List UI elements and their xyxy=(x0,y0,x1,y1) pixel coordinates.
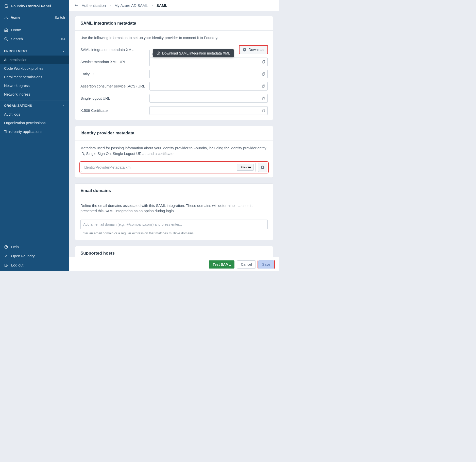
input-slo-url[interactable] xyxy=(149,94,268,103)
download-icon xyxy=(243,48,247,52)
org-name: Acme xyxy=(11,15,20,20)
download-xml-button[interactable]: Download xyxy=(239,45,268,54)
help-icon xyxy=(4,245,8,249)
brand-header: Foundry Control Panel xyxy=(0,0,69,12)
input-entity-id[interactable] xyxy=(149,70,268,78)
email-domain-hint: Enter an email domain or a regular expre… xyxy=(80,231,268,235)
logout-icon xyxy=(4,263,8,267)
idp-file-input[interactable]: IdentityProviderMetadata.xml Browse xyxy=(81,163,256,172)
external-link-icon xyxy=(4,254,8,258)
nav-authentication[interactable]: Authentication xyxy=(0,56,69,64)
label-xml: SAML integration metadata XML xyxy=(80,48,145,52)
card-email-desc: Define the email domains associated with… xyxy=(80,203,268,214)
nav-third-party[interactable]: Third-party applications xyxy=(0,127,69,136)
back-arrow-icon[interactable] xyxy=(74,3,79,8)
topbar: Authentication My Azure AD SAML SAML xyxy=(69,0,279,11)
save-button[interactable]: Save xyxy=(258,260,274,269)
download-xml-label: Download xyxy=(249,48,264,52)
browse-button[interactable]: Browse xyxy=(237,164,254,171)
nav-enrollment-permissions[interactable]: Enrollment permissions xyxy=(0,73,69,81)
download-idp-button[interactable] xyxy=(258,163,267,172)
svg-rect-22 xyxy=(263,110,264,112)
nav-help-label: Help xyxy=(11,245,19,249)
card-idp-metadata: Identity provider metadata Metadata used… xyxy=(75,126,273,178)
label-slo-url: Single logout URL xyxy=(80,96,145,100)
nav-network-egress[interactable]: Network egress xyxy=(0,81,69,90)
svg-rect-14 xyxy=(263,61,264,63)
footer-bar: Test SAML Cancel Save xyxy=(69,257,279,271)
card-saml-metadata: SAML integration metadata Use the follow… xyxy=(75,16,273,120)
label-entity-id: Entity ID xyxy=(80,72,145,76)
card-idp-title: Identity provider metadata xyxy=(75,126,273,140)
copy-icon[interactable] xyxy=(262,72,266,76)
section-organizations-title: Organizations xyxy=(4,104,32,108)
nav-search-label: Search xyxy=(11,37,23,41)
nav-open-foundry-label: Open Foundry xyxy=(11,254,35,258)
nav-logout[interactable]: Log out xyxy=(0,261,69,270)
search-icon xyxy=(4,37,8,41)
info-icon xyxy=(157,51,160,55)
crumb-authentication[interactable]: Authentication xyxy=(82,3,106,8)
nav-code-workbook[interactable]: Code Workbook profiles xyxy=(0,64,69,73)
breadcrumb: Authentication My Azure AD SAML SAML xyxy=(82,3,167,8)
input-service-url[interactable] xyxy=(149,58,268,66)
download-icon xyxy=(260,165,265,170)
svg-rect-18 xyxy=(263,85,264,88)
nav-home-label: Home xyxy=(11,28,21,32)
test-saml-button[interactable]: Test SAML xyxy=(209,260,234,269)
svg-rect-10 xyxy=(158,53,158,54)
svg-line-6 xyxy=(7,40,8,41)
brand-logo-icon xyxy=(4,4,9,8)
input-cert[interactable] xyxy=(149,106,268,115)
copy-icon[interactable] xyxy=(262,97,266,100)
org-switch-link[interactable]: Switch xyxy=(55,15,65,20)
org-switcher[interactable]: Acme Switch xyxy=(0,12,69,23)
input-acs-url[interactable] xyxy=(149,82,268,91)
card-email-domains: Email domains Define the email domains a… xyxy=(75,183,273,241)
crumb-current: SAML xyxy=(157,3,167,8)
copy-icon[interactable] xyxy=(262,60,266,64)
svg-point-5 xyxy=(5,38,7,40)
nav-audit-logs[interactable]: Audit logs xyxy=(0,110,69,119)
nav-help[interactable]: Help xyxy=(0,242,69,252)
chevron-right-icon xyxy=(109,4,111,7)
brand-title: Foundry Control Panel xyxy=(11,4,51,8)
home-icon xyxy=(4,28,8,32)
email-domain-input[interactable] xyxy=(80,220,268,229)
svg-point-0 xyxy=(5,4,8,7)
chevron-right-icon xyxy=(151,4,154,7)
section-enrollment-title: Enrollment xyxy=(4,49,27,53)
copy-icon[interactable] xyxy=(262,109,266,113)
svg-point-2 xyxy=(6,16,7,16)
nav-logout-label: Log out xyxy=(11,263,23,267)
nav-search[interactable]: Search ⌘J xyxy=(0,34,69,44)
nav-network-ingress[interactable]: Network ingress xyxy=(0,90,69,99)
card-idp-desc: Metadata used for passing information ab… xyxy=(80,146,268,157)
svg-point-11 xyxy=(158,52,158,52)
label-cert: X.509 Certificate xyxy=(80,109,145,113)
chevron-down-icon xyxy=(62,104,65,107)
label-service-url: Service metadata XML URL xyxy=(80,60,145,64)
svg-point-8 xyxy=(6,248,6,248)
card-supported-hosts: Supported hosts xyxy=(75,246,273,257)
cancel-button[interactable]: Cancel xyxy=(237,260,256,269)
nav-org-permissions[interactable]: Organization permissions xyxy=(0,119,69,127)
card-saml-metadata-desc: Use the following information to set up … xyxy=(80,36,268,40)
svg-rect-20 xyxy=(263,98,264,100)
crumb-provider[interactable]: My Azure AD SAML xyxy=(114,3,148,8)
card-hosts-title: Supported hosts xyxy=(75,246,273,257)
card-saml-metadata-title: SAML integration metadata xyxy=(75,16,273,31)
card-email-title: Email domains xyxy=(75,184,273,198)
org-icon xyxy=(4,15,8,20)
copy-icon[interactable] xyxy=(262,84,266,88)
label-acs-url: Assertion consumer service (ACS) URL xyxy=(80,84,145,88)
svg-rect-16 xyxy=(263,73,264,76)
chevron-down-icon xyxy=(62,50,65,53)
idp-file-placeholder: IdentityProviderMetadata.xml xyxy=(84,165,237,169)
search-shortcut: ⌘J xyxy=(60,37,65,41)
section-organizations-header[interactable]: Organizations xyxy=(0,100,69,110)
download-tooltip: Download SAML integration metadata XML xyxy=(153,49,234,57)
nav-home[interactable]: Home xyxy=(0,25,69,34)
section-enrollment-header[interactable]: Enrollment xyxy=(0,46,69,56)
nav-open-foundry[interactable]: Open Foundry xyxy=(0,252,69,261)
